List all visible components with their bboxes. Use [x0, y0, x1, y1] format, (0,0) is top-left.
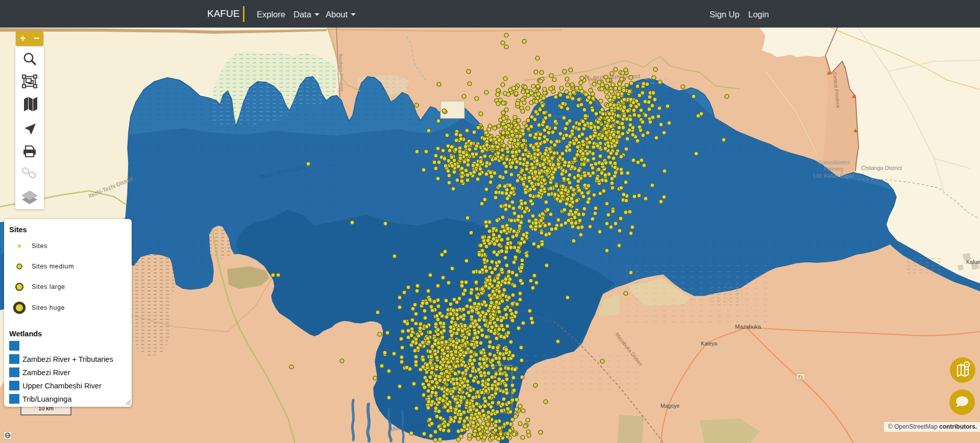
svg-text:Ltd. Kafue Sugar: Ltd. Kafue Sugar [814, 173, 854, 179]
svg-text:T1: T1 [798, 375, 803, 380]
svg-text:Consolidated: Consolidated [818, 159, 849, 165]
svg-text:Mazabuka: Mazabuka [735, 324, 762, 330]
svg-text:Kafue: Kafue [966, 259, 980, 265]
svg-text:Magoye: Magoye [660, 403, 680, 409]
svg-text:Farming: Farming [824, 166, 844, 172]
svg-text:Kaleya: Kaleya [701, 340, 717, 347]
svg-text:Chilanga District: Chilanga District [861, 165, 902, 171]
